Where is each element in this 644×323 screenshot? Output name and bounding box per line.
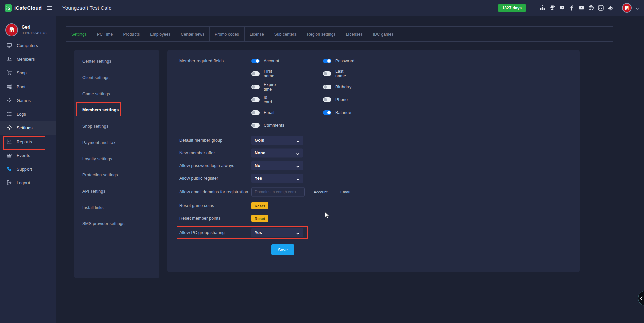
trophy-icon[interactable]: [549, 5, 555, 11]
toggle-label: Id card: [264, 95, 272, 104]
tab-center-news[interactable]: Center news: [176, 27, 210, 41]
tab-sub-centers[interactable]: Sub centers: [269, 27, 302, 41]
chevron-down-icon[interactable]: [635, 6, 639, 10]
sidebar-item-logout[interactable]: Logout: [0, 176, 56, 190]
sidebar-item-settings[interactable]: Settings: [0, 121, 56, 135]
tab-license[interactable]: License: [245, 27, 269, 41]
select-new-member-offer-select[interactable]: None: [251, 148, 303, 157]
toggle-balance[interactable]: [323, 110, 331, 115]
youtube-icon[interactable]: [578, 5, 584, 11]
app-root: iCafeCloud Youngzsoft Test Cafe 1327 day…: [0, 0, 644, 323]
members-icon: [7, 56, 12, 62]
toggle-email[interactable]: [251, 110, 260, 115]
sidebar-item-label: Logout: [17, 181, 30, 185]
subnav-item-loyalty-settings[interactable]: Loyalty settings: [74, 151, 159, 167]
shop-icon: [7, 70, 12, 76]
reset-member-points-button[interactable]: Reset: [251, 215, 268, 222]
select-allow-public-register-value: Yes: [255, 176, 262, 181]
sidebar-item-shop[interactable]: Shop: [0, 66, 56, 80]
select-allow-pc-group-sharing-select[interactable]: Yes: [251, 228, 303, 237]
reset-member-points-label: Reset member points: [179, 216, 221, 221]
tab-employees[interactable]: Employees: [145, 27, 176, 41]
toggle-label: First name: [264, 69, 274, 78]
toggle-id-card[interactable]: [251, 97, 260, 102]
settings-icon: [7, 125, 12, 131]
subnav-item-center-settings[interactable]: Center settings: [74, 53, 159, 69]
icafecloud-icon[interactable]: [598, 5, 604, 11]
chevron-down-icon: [296, 164, 300, 167]
chevron-down-icon: [296, 138, 300, 142]
toggle-first-name[interactable]: [251, 71, 260, 76]
boot-icon: [7, 84, 12, 90]
sidebar-item-reports[interactable]: Reports: [0, 135, 56, 149]
collapse-panel-button[interactable]: [638, 291, 644, 306]
toggle-account[interactable]: [251, 59, 260, 63]
computers-icon: [7, 43, 12, 48]
sidebar-item-games[interactable]: Games: [0, 94, 56, 107]
user-avatar: M: [5, 23, 18, 36]
toggle-phone[interactable]: [323, 97, 331, 102]
select-new-member-offer-label: New member offer: [179, 151, 215, 155]
toggle-expire-time[interactable]: [251, 85, 260, 89]
subnav-item-sms-provider-settings[interactable]: SMS provider settings: [74, 216, 159, 232]
tab-region-settings[interactable]: Region settings: [302, 27, 341, 41]
select-allow-password-login-always-value: No: [255, 163, 260, 168]
toggle-birthday[interactable]: [323, 85, 331, 89]
select-default-member-group-select[interactable]: Gold: [251, 136, 303, 145]
select-allow-password-login-always-select[interactable]: No: [251, 161, 303, 170]
toggle-row-id-card: Id card: [251, 95, 272, 104]
avatar[interactable]: M: [622, 3, 632, 13]
toggle-password[interactable]: [323, 59, 331, 63]
select-new-member-offer-value: None: [255, 151, 265, 155]
email-domains-input[interactable]: [251, 187, 305, 196]
toggle-row-comments: Comments: [251, 123, 284, 128]
reset-game-coins-label: Reset game coins: [179, 203, 214, 208]
sidebar-item-logs[interactable]: Logs: [0, 107, 56, 121]
tab-pc-time[interactable]: PC Time: [92, 27, 118, 41]
sidebar: M Geri 008612345678 ComputersMembersShop…: [0, 16, 56, 323]
reset-game-coins-button[interactable]: Reset: [251, 202, 268, 209]
subnav-item-install-links[interactable]: Install links: [74, 200, 159, 216]
checkbox-group-email: Email: [334, 190, 350, 194]
events-icon: [7, 153, 12, 158]
toggle-last-name[interactable]: [323, 71, 331, 76]
sidebar-item-support[interactable]: Support: [0, 162, 56, 176]
sidebar-item-label: Settings: [17, 126, 33, 130]
subnav-item-protection-settings[interactable]: Protection settings: [74, 167, 159, 183]
select-default-member-group-value: Gold: [255, 138, 264, 143]
sidebar-item-members[interactable]: Members: [0, 52, 56, 66]
brand-name: iCafeCloud: [14, 5, 42, 11]
checkbox-account[interactable]: [307, 190, 311, 194]
select-default-member-group-label: Default member group: [179, 138, 222, 143]
license-days-badge[interactable]: 1327 days: [498, 4, 526, 12]
hamburger-icon[interactable]: [46, 5, 53, 11]
checkbox-email[interactable]: [334, 190, 338, 194]
tab-licenses[interactable]: Licenses: [341, 27, 368, 41]
subnav-item-api-settings[interactable]: API settings: [74, 183, 159, 199]
subnav-item-payment-and-tax[interactable]: Payment and Tax: [74, 134, 159, 151]
toggle-label: Password: [335, 59, 354, 63]
sidebar-item-events[interactable]: Events: [0, 149, 56, 162]
subnav-item-members-settings[interactable]: Members settings: [74, 102, 159, 118]
subnav-item-game-settings[interactable]: Game settings: [74, 86, 159, 102]
subnav-item-client-settings[interactable]: Client settings: [74, 69, 159, 86]
select-allow-public-register-select[interactable]: Yes: [251, 174, 303, 183]
tab-settings[interactable]: Settings: [66, 27, 92, 41]
sidebar-item-boot[interactable]: Boot: [0, 80, 56, 94]
save-button[interactable]: Save: [271, 244, 294, 255]
toggle-comments[interactable]: [251, 123, 260, 128]
ranking-icon[interactable]: [539, 5, 545, 11]
discord-icon[interactable]: [559, 5, 565, 11]
facebook-icon[interactable]: [569, 5, 575, 11]
globe-icon[interactable]: [588, 5, 594, 11]
toggle-label: Account: [264, 59, 279, 63]
tab-promo-codes[interactable]: Promo codes: [210, 27, 245, 41]
checkbox-group-account: Account: [307, 190, 328, 194]
sidebar-item-computers[interactable]: Computers: [0, 39, 56, 52]
tab-products[interactable]: Products: [118, 27, 145, 41]
subnav-item-shop-settings[interactable]: Shop settings: [74, 118, 159, 134]
sidebar-item-label: Support: [17, 167, 32, 172]
youngzsoft-icon[interactable]: [607, 5, 613, 11]
tab-idc-games[interactable]: IDC games: [368, 27, 399, 41]
user-phone: 008612345678: [22, 31, 46, 35]
